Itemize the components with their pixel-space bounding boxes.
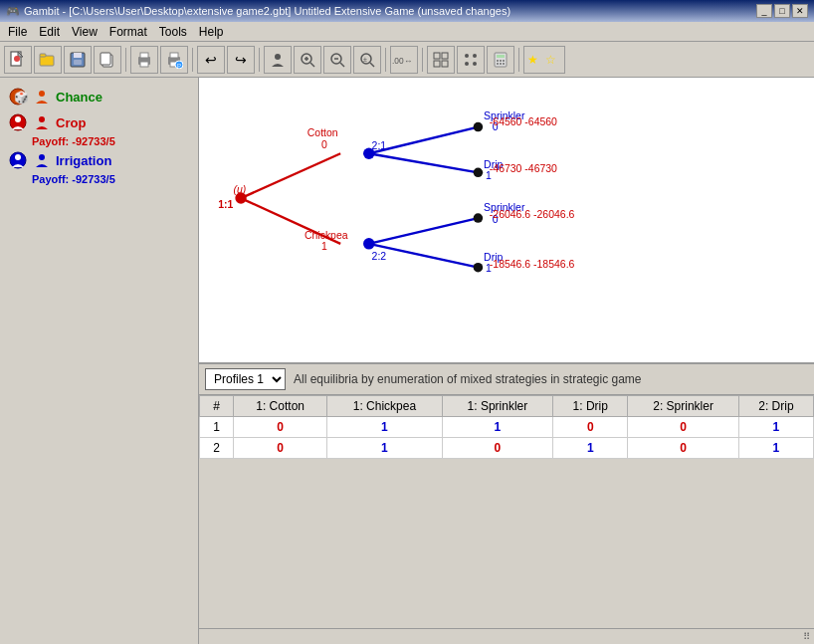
maximize-button[interactable]: □ xyxy=(774,4,790,18)
svg-rect-45 xyxy=(500,63,502,65)
player-crop[interactable]: Crop xyxy=(4,109,194,135)
player-irrigation[interactable]: Irrigation xyxy=(4,147,194,173)
svg-text:★: ★ xyxy=(527,53,538,67)
close-button[interactable]: ✕ xyxy=(792,4,808,18)
game-tree-svg: (u) 1:1 Cotton 0 Chickpea 1 2:1 2:2 Spri… xyxy=(199,78,814,362)
svg-rect-12 xyxy=(140,62,148,67)
svg-line-27 xyxy=(370,63,374,67)
svg-point-35 xyxy=(465,54,469,58)
irrigation-payoff: Payoff: -92733/5 xyxy=(4,173,194,185)
table-row[interactable]: 1011001 xyxy=(200,417,814,438)
svg-point-56 xyxy=(15,154,21,160)
sep2 xyxy=(192,48,193,72)
svg-point-53 xyxy=(15,116,21,122)
svg-rect-43 xyxy=(503,60,505,62)
toolbar-redo[interactable]: ↪ xyxy=(227,46,255,74)
toolbar-player[interactable] xyxy=(264,46,292,74)
toolbar-open[interactable] xyxy=(34,46,62,74)
status-bar: ⠿ xyxy=(199,628,814,644)
svg-text:P: P xyxy=(177,63,181,69)
svg-rect-6 xyxy=(74,53,82,58)
menu-file[interactable]: File xyxy=(2,23,33,41)
svg-point-54 xyxy=(39,116,45,122)
table-cell-1: 0 xyxy=(233,417,326,438)
irrigation-player-icon xyxy=(32,150,52,170)
terminal-4 xyxy=(474,263,484,273)
table-cell-2: 1 xyxy=(327,417,442,438)
svg-point-36 xyxy=(473,54,477,58)
toolbar-print[interactable] xyxy=(130,46,158,74)
col-header-drip1: 1: Drip xyxy=(553,396,628,417)
menu-tools[interactable]: Tools xyxy=(153,23,193,41)
table-cell-6: 1 xyxy=(738,417,813,438)
sep5 xyxy=(422,48,423,72)
table-cell-4: 0 xyxy=(553,417,628,438)
svg-rect-32 xyxy=(442,53,448,59)
profiles-description: All equilibria by enumeration of mixed s… xyxy=(294,372,642,386)
svg-rect-9 xyxy=(101,53,110,65)
svg-point-2 xyxy=(14,56,20,62)
menu-edit[interactable]: Edit xyxy=(33,23,66,41)
payoff3: -26046.6 -26046.6 xyxy=(490,209,575,220)
minimize-button[interactable]: _ xyxy=(756,4,772,18)
toolbar: P ↩ ↪ ± .00↔ ★☆ xyxy=(0,42,814,78)
chickpea-val: 1 xyxy=(321,242,327,253)
toolbar-calc[interactable] xyxy=(487,46,514,74)
svg-rect-4 xyxy=(40,54,46,57)
table-cell-6: 1 xyxy=(738,438,813,459)
title-text: Gambit - [C:\Users\User\Desktop\extensiv… xyxy=(24,5,510,17)
left-panel: 🎲 Chance Crop Payoff: -92733/5 xyxy=(0,78,199,644)
game-tree-area: (u) 1:1 Cotton 0 Chickpea 1 2:1 2:2 Spri… xyxy=(199,78,814,362)
irrigation-icon xyxy=(8,150,28,170)
chance-label: Chance xyxy=(56,90,102,105)
app-icon: 🎮 xyxy=(6,5,20,18)
toolbar-save[interactable] xyxy=(64,46,92,74)
table-cell-5: 0 xyxy=(628,417,739,438)
col-header-drip2: 2: Drip xyxy=(738,396,813,417)
profiles-dropdown[interactable]: Profiles 1 xyxy=(205,368,286,390)
toolbar-copy[interactable] xyxy=(94,46,121,74)
table-cell-5: 0 xyxy=(628,438,739,459)
sep4 xyxy=(385,48,386,72)
menu-bar: File Edit View Format Tools Help xyxy=(0,22,814,42)
toolbar-zoom-out[interactable] xyxy=(323,46,351,74)
toolbar-zoom-fit[interactable]: ± xyxy=(353,46,381,74)
toolbar-zoom-in[interactable] xyxy=(294,46,321,74)
toolbar-decimal[interactable]: .00↔ xyxy=(390,46,418,74)
crop-label: Crop xyxy=(56,115,86,130)
cotton-label: Cotton xyxy=(307,127,338,138)
node-21: 2:1 xyxy=(372,140,387,151)
toolbar-star[interactable]: ★☆ xyxy=(523,46,565,74)
svg-point-37 xyxy=(465,62,469,66)
toolbar-print2[interactable]: P xyxy=(160,46,188,74)
col-header-sprinkler2: 2: Sprinkler xyxy=(628,396,739,417)
terminal-3 xyxy=(474,213,484,223)
chance-icon: 🎲 xyxy=(8,87,28,107)
col-header-chickpea: 1: Chickpea xyxy=(327,396,442,417)
svg-line-24 xyxy=(340,63,344,67)
sep1 xyxy=(125,48,126,72)
toolbar-new[interactable] xyxy=(4,46,32,74)
table-cell-0: 2 xyxy=(200,438,234,459)
svg-rect-11 xyxy=(140,53,148,58)
table-cell-3: 1 xyxy=(442,417,553,438)
root-label: (u) xyxy=(233,184,246,195)
menu-view[interactable]: View xyxy=(66,23,103,41)
toolbar-grid2[interactable] xyxy=(457,46,485,74)
svg-line-62 xyxy=(369,218,479,244)
toolbar-undo[interactable]: ↩ xyxy=(197,46,225,74)
svg-rect-40 xyxy=(497,55,505,58)
table-cell-1: 0 xyxy=(233,438,326,459)
toolbar-grid[interactable] xyxy=(427,46,455,74)
menu-format[interactable]: Format xyxy=(103,23,153,41)
menu-help[interactable]: Help xyxy=(193,23,230,41)
svg-rect-33 xyxy=(434,61,440,67)
col-header-cotton: 1: Cotton xyxy=(233,396,326,417)
svg-rect-42 xyxy=(500,60,502,62)
player-chance[interactable]: 🎲 Chance xyxy=(4,84,194,109)
chickpea-label: Chickpea xyxy=(305,230,348,241)
table-row[interactable]: 2010101 xyxy=(200,438,814,459)
svg-text:↔: ↔ xyxy=(404,55,412,65)
svg-text:🎲: 🎲 xyxy=(14,90,28,105)
table-cell-3: 0 xyxy=(442,438,553,459)
